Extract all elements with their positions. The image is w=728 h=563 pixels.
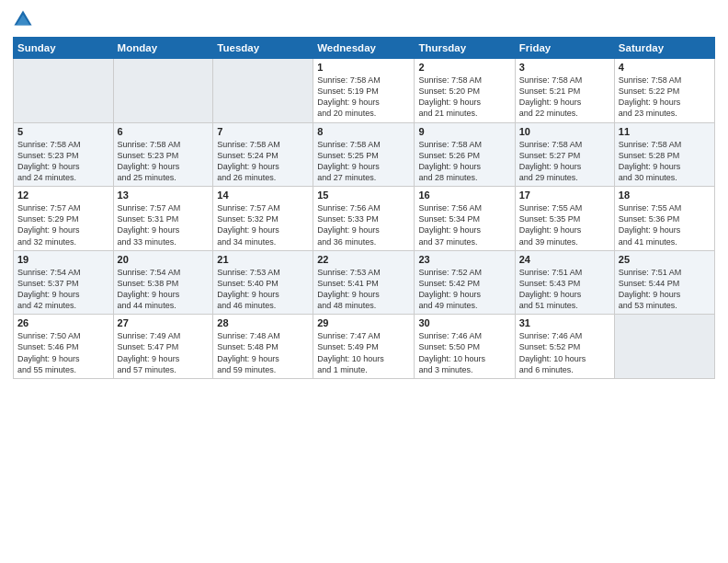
weekday-header-thursday: Thursday bbox=[415, 38, 515, 59]
cell-info: Sunrise: 7:53 AM Sunset: 5:40 PM Dayligh… bbox=[217, 267, 309, 312]
calendar-cell: 17Sunrise: 7:55 AM Sunset: 5:35 PM Dayli… bbox=[515, 187, 614, 251]
day-number: 30 bbox=[418, 317, 510, 328]
calendar-cell: 3Sunrise: 7:58 AM Sunset: 5:21 PM Daylig… bbox=[515, 59, 614, 123]
cell-info: Sunrise: 7:53 AM Sunset: 5:41 PM Dayligh… bbox=[317, 267, 410, 312]
logo bbox=[13, 9, 35, 29]
cell-info: Sunrise: 7:58 AM Sunset: 5:22 PM Dayligh… bbox=[619, 75, 711, 120]
day-number: 14 bbox=[217, 190, 309, 201]
day-number: 29 bbox=[317, 317, 410, 328]
cell-info: Sunrise: 7:55 AM Sunset: 5:35 PM Dayligh… bbox=[519, 202, 610, 247]
day-number: 5 bbox=[17, 126, 109, 137]
calendar-cell: 11Sunrise: 7:58 AM Sunset: 5:28 PM Dayli… bbox=[614, 122, 714, 187]
day-number: 2 bbox=[418, 62, 510, 73]
day-number: 21 bbox=[217, 254, 309, 265]
weekday-header-saturday: Saturday bbox=[614, 38, 714, 59]
calendar-cell: 24Sunrise: 7:51 AM Sunset: 5:43 PM Dayli… bbox=[515, 250, 614, 315]
weekday-header-tuesday: Tuesday bbox=[213, 38, 313, 59]
calendar-table: SundayMondayTuesdayWednesdayThursdayFrid… bbox=[13, 37, 715, 379]
weekday-header-monday: Monday bbox=[113, 38, 213, 59]
day-number: 11 bbox=[619, 126, 711, 137]
weekday-header-friday: Friday bbox=[515, 38, 614, 59]
calendar-cell: 25Sunrise: 7:51 AM Sunset: 5:44 PM Dayli… bbox=[614, 250, 714, 315]
cell-info: Sunrise: 7:50 AM Sunset: 5:46 PM Dayligh… bbox=[17, 330, 109, 375]
day-number: 8 bbox=[317, 126, 410, 137]
calendar-cell: 27Sunrise: 7:49 AM Sunset: 5:47 PM Dayli… bbox=[113, 315, 213, 379]
weekday-header-sunday: Sunday bbox=[14, 38, 114, 59]
cell-info: Sunrise: 7:57 AM Sunset: 5:31 PM Dayligh… bbox=[118, 202, 210, 247]
calendar-cell: 30Sunrise: 7:46 AM Sunset: 5:50 PM Dayli… bbox=[415, 315, 515, 379]
calendar-cell: 2Sunrise: 7:58 AM Sunset: 5:20 PM Daylig… bbox=[415, 59, 515, 123]
cell-info: Sunrise: 7:58 AM Sunset: 5:20 PM Dayligh… bbox=[418, 75, 510, 120]
cell-info: Sunrise: 7:48 AM Sunset: 5:48 PM Dayligh… bbox=[217, 330, 309, 375]
day-number: 23 bbox=[418, 254, 510, 265]
week-row-1: 1Sunrise: 7:58 AM Sunset: 5:19 PM Daylig… bbox=[14, 59, 715, 123]
cell-info: Sunrise: 7:58 AM Sunset: 5:25 PM Dayligh… bbox=[317, 139, 410, 184]
cell-info: Sunrise: 7:49 AM Sunset: 5:47 PM Dayligh… bbox=[118, 330, 210, 375]
cell-info: Sunrise: 7:58 AM Sunset: 5:23 PM Dayligh… bbox=[17, 139, 109, 184]
day-number: 19 bbox=[17, 254, 109, 265]
day-number: 1 bbox=[317, 62, 410, 73]
cell-info: Sunrise: 7:57 AM Sunset: 5:29 PM Dayligh… bbox=[17, 202, 109, 247]
week-row-5: 26Sunrise: 7:50 AM Sunset: 5:46 PM Dayli… bbox=[14, 315, 715, 379]
cell-info: Sunrise: 7:52 AM Sunset: 5:42 PM Dayligh… bbox=[418, 267, 510, 312]
cell-info: Sunrise: 7:58 AM Sunset: 5:24 PM Dayligh… bbox=[217, 139, 309, 184]
day-number: 7 bbox=[217, 126, 309, 137]
cell-info: Sunrise: 7:58 AM Sunset: 5:26 PM Dayligh… bbox=[418, 139, 510, 184]
day-number: 16 bbox=[418, 190, 510, 201]
day-number: 13 bbox=[118, 190, 210, 201]
cell-info: Sunrise: 7:54 AM Sunset: 5:38 PM Dayligh… bbox=[118, 267, 210, 312]
calendar-cell bbox=[213, 59, 313, 123]
cell-info: Sunrise: 7:51 AM Sunset: 5:44 PM Dayligh… bbox=[619, 267, 711, 312]
cell-info: Sunrise: 7:56 AM Sunset: 5:34 PM Dayligh… bbox=[418, 202, 510, 247]
day-number: 26 bbox=[17, 317, 109, 328]
calendar-cell: 7Sunrise: 7:58 AM Sunset: 5:24 PM Daylig… bbox=[213, 122, 313, 187]
week-row-3: 12Sunrise: 7:57 AM Sunset: 5:29 PM Dayli… bbox=[14, 187, 715, 251]
calendar-cell: 15Sunrise: 7:56 AM Sunset: 5:33 PM Dayli… bbox=[313, 187, 415, 251]
day-number: 3 bbox=[519, 62, 610, 73]
day-number: 22 bbox=[317, 254, 410, 265]
calendar-cell bbox=[614, 315, 714, 379]
weekday-header-wednesday: Wednesday bbox=[313, 38, 415, 59]
cell-info: Sunrise: 7:46 AM Sunset: 5:50 PM Dayligh… bbox=[418, 330, 510, 375]
calendar-cell: 1Sunrise: 7:58 AM Sunset: 5:19 PM Daylig… bbox=[313, 59, 415, 123]
cell-info: Sunrise: 7:57 AM Sunset: 5:32 PM Dayligh… bbox=[217, 202, 309, 247]
cell-info: Sunrise: 7:58 AM Sunset: 5:27 PM Dayligh… bbox=[519, 139, 610, 184]
cell-info: Sunrise: 7:47 AM Sunset: 5:49 PM Dayligh… bbox=[317, 330, 410, 375]
logo-icon bbox=[13, 9, 33, 29]
day-number: 25 bbox=[619, 254, 711, 265]
calendar-cell: 14Sunrise: 7:57 AM Sunset: 5:32 PM Dayli… bbox=[213, 187, 313, 251]
week-row-4: 19Sunrise: 7:54 AM Sunset: 5:37 PM Dayli… bbox=[14, 250, 715, 315]
header bbox=[13, 9, 715, 29]
calendar-cell: 5Sunrise: 7:58 AM Sunset: 5:23 PM Daylig… bbox=[14, 122, 114, 187]
cell-info: Sunrise: 7:51 AM Sunset: 5:43 PM Dayligh… bbox=[519, 267, 610, 312]
day-number: 6 bbox=[118, 126, 210, 137]
page: SundayMondayTuesdayWednesdayThursdayFrid… bbox=[0, 0, 728, 563]
calendar-cell: 31Sunrise: 7:46 AM Sunset: 5:52 PM Dayli… bbox=[515, 315, 614, 379]
day-number: 28 bbox=[217, 317, 309, 328]
calendar-cell: 28Sunrise: 7:48 AM Sunset: 5:48 PM Dayli… bbox=[213, 315, 313, 379]
weekday-header-row: SundayMondayTuesdayWednesdayThursdayFrid… bbox=[14, 38, 715, 59]
day-number: 17 bbox=[519, 190, 610, 201]
calendar-cell: 29Sunrise: 7:47 AM Sunset: 5:49 PM Dayli… bbox=[313, 315, 415, 379]
calendar-cell: 19Sunrise: 7:54 AM Sunset: 5:37 PM Dayli… bbox=[14, 250, 114, 315]
calendar-cell: 4Sunrise: 7:58 AM Sunset: 5:22 PM Daylig… bbox=[614, 59, 714, 123]
day-number: 15 bbox=[317, 190, 410, 201]
calendar-cell: 21Sunrise: 7:53 AM Sunset: 5:40 PM Dayli… bbox=[213, 250, 313, 315]
day-number: 4 bbox=[619, 62, 711, 73]
calendar-cell: 26Sunrise: 7:50 AM Sunset: 5:46 PM Dayli… bbox=[14, 315, 114, 379]
cell-info: Sunrise: 7:46 AM Sunset: 5:52 PM Dayligh… bbox=[519, 330, 610, 375]
calendar-cell: 8Sunrise: 7:58 AM Sunset: 5:25 PM Daylig… bbox=[313, 122, 415, 187]
calendar-cell: 13Sunrise: 7:57 AM Sunset: 5:31 PM Dayli… bbox=[113, 187, 213, 251]
day-number: 10 bbox=[519, 126, 610, 137]
day-number: 27 bbox=[118, 317, 210, 328]
cell-info: Sunrise: 7:58 AM Sunset: 5:23 PM Dayligh… bbox=[118, 139, 210, 184]
calendar-cell: 18Sunrise: 7:55 AM Sunset: 5:36 PM Dayli… bbox=[614, 187, 714, 251]
cell-info: Sunrise: 7:58 AM Sunset: 5:21 PM Dayligh… bbox=[519, 75, 610, 120]
calendar-cell: 16Sunrise: 7:56 AM Sunset: 5:34 PM Dayli… bbox=[415, 187, 515, 251]
day-number: 18 bbox=[619, 190, 711, 201]
calendar-cell: 9Sunrise: 7:58 AM Sunset: 5:26 PM Daylig… bbox=[415, 122, 515, 187]
calendar-cell bbox=[14, 59, 114, 123]
day-number: 12 bbox=[17, 190, 109, 201]
day-number: 31 bbox=[519, 317, 610, 328]
cell-info: Sunrise: 7:58 AM Sunset: 5:19 PM Dayligh… bbox=[317, 75, 410, 120]
